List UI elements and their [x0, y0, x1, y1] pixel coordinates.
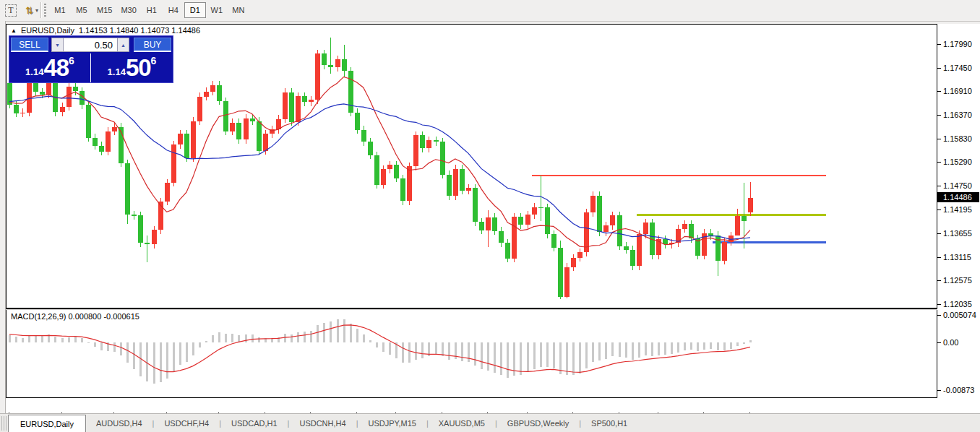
price-axis-tick: [937, 209, 941, 210]
chart-tab-eurusd[interactable]: EURUSD,Daily: [8, 415, 86, 432]
candle-body: [735, 216, 740, 236]
text-label-tool-button[interactable]: T: [2, 2, 20, 18]
macd-histogram-bar: [743, 342, 745, 344]
candle-body: [748, 198, 753, 212]
candle-body: [466, 188, 471, 191]
current-price-badge: 1.14486: [937, 192, 979, 202]
candle-body: [617, 215, 622, 246]
main-chart-area[interactable]: ▲ EURUSD,Daily 1.14153 1.14840 1.14073 1…: [6, 24, 937, 308]
price-axis-tick: [937, 44, 941, 45]
timeframe-button-h1[interactable]: H1: [141, 2, 163, 18]
collapse-triangle-icon[interactable]: ▲: [11, 27, 17, 34]
chart-tab-sp500[interactable]: SP500,H1: [581, 414, 637, 432]
candle-body: [283, 92, 288, 119]
macd-histogram-bar: [126, 342, 129, 363]
chart-tab-usdcad[interactable]: USDCAD,H1: [221, 414, 288, 432]
macd-histogram-bar: [723, 342, 726, 350]
buy-price-pip: 6: [151, 55, 157, 66]
candle-body: [342, 59, 347, 71]
candle-body: [289, 92, 294, 122]
candle-body: [434, 140, 439, 142]
macd-histogram-bar: [717, 342, 719, 350]
macd-histogram-bar: [173, 342, 175, 372]
chart-tab-usdcnh[interactable]: USDCNH,H4: [289, 414, 356, 432]
candle-body: [263, 134, 268, 151]
macd-histogram-bar: [199, 342, 201, 347]
candle-body: [499, 231, 504, 243]
candle-body: [152, 230, 157, 244]
macd-axis-label: -0.00873: [943, 386, 980, 394]
volume-increase-button[interactable]: ▲: [117, 38, 129, 52]
candle-body: [603, 225, 609, 232]
candle-body: [355, 113, 360, 130]
macd-histogram-bar: [343, 319, 345, 342]
buy-button[interactable]: BUY: [134, 38, 171, 52]
candle-body: [558, 248, 563, 298]
macd-histogram-bar: [435, 342, 437, 354]
price-axis-tick: [937, 162, 941, 163]
candle-body: [145, 243, 150, 244]
timeframe-button-mn[interactable]: MN: [228, 2, 249, 18]
chart-tab-gbpusd[interactable]: GBPUSD,Weekly: [497, 414, 579, 432]
candle-body: [460, 169, 465, 191]
sell-price-prefix: 1.14: [25, 66, 43, 77]
price-axis-label: 1.17450: [943, 64, 980, 72]
chart-tab-usdchf[interactable]: USDCHF,H4: [154, 414, 219, 432]
timeframe-button-h4[interactable]: H4: [163, 2, 184, 18]
candle-body: [400, 178, 405, 201]
macd-histogram-bar: [369, 340, 371, 342]
macd-histogram-bar: [611, 342, 614, 356]
chart-symbol-label: EURUSD,Daily: [21, 26, 74, 35]
price-axis-label: 1.17990: [943, 40, 980, 48]
macd-histogram-bar: [559, 342, 562, 374]
timeframe-button-m5[interactable]: M5: [71, 2, 93, 18]
timeframe-toolbar: M1M5M15M30H1H4D1W1MN: [49, 2, 249, 18]
chart-tab-audusd[interactable]: AUDUSD,H4: [86, 414, 152, 432]
macd-histogram-bar: [651, 342, 653, 356]
macd-histogram-bar: [350, 324, 352, 342]
sell-button[interactable]: SELL: [11, 38, 48, 52]
timeframe-button-m1[interactable]: M1: [49, 2, 71, 18]
macd-histogram-bar: [566, 342, 568, 375]
buy-price-prefix: 1.14: [108, 66, 126, 77]
candle-body: [125, 163, 130, 215]
chart-tab-usdjpy[interactable]: USDJPY,M15: [358, 414, 426, 432]
price-axis-tick: [937, 68, 941, 69]
mid-line[interactable]: [637, 214, 826, 216]
price-axis-tick: [937, 280, 941, 281]
candle-body: [368, 142, 373, 155]
candle-body: [440, 142, 445, 174]
candle-body: [20, 113, 25, 114]
volume-decrease-button[interactable]: ▼: [51, 38, 64, 52]
candle-body: [525, 215, 530, 225]
macd-histogram-bar: [284, 334, 286, 342]
timeframe-button-m15[interactable]: M15: [93, 2, 116, 18]
macd-histogram-bar: [500, 342, 502, 375]
candle-body: [197, 97, 202, 121]
resistance-line[interactable]: [532, 175, 826, 176]
macd-histogram-bar: [330, 321, 332, 342]
toolbar-drag-grip[interactable]: [44, 4, 46, 17]
macd-histogram-bar: [297, 332, 299, 342]
price-axis-label: 1.13655: [943, 229, 980, 238]
timeframe-button-d1[interactable]: D1: [184, 2, 206, 18]
candle-body: [328, 65, 333, 67]
macd-histogram-bar: [546, 342, 549, 367]
slow-ma: [9, 96, 750, 241]
macd-histogram-bar: [487, 342, 489, 371]
macd-histogram-bar: [619, 342, 621, 357]
candle-body: [708, 233, 713, 236]
volume-input[interactable]: [64, 38, 117, 52]
sell-price-tile[interactable]: 1.14 48 6: [9, 53, 91, 82]
timeframe-button-w1[interactable]: W1: [206, 2, 228, 18]
macd-histogram-bar: [448, 342, 450, 360]
macd-histogram-bar: [415, 342, 417, 360]
macd-panel[interactable]: MACD(12,26,9) 0.000800 -0.000615: [6, 310, 937, 398]
timeframe-button-m30[interactable]: M30: [116, 2, 140, 18]
tabbar-grip: [1, 416, 7, 431]
chart-tab-xauusd[interactable]: XAUUSD,M5: [429, 414, 495, 432]
macd-histogram-bar: [494, 342, 496, 373]
macd-histogram-bar: [252, 334, 254, 342]
price-axis-label: 1.16910: [943, 87, 980, 95]
buy-price-tile[interactable]: 1.14 50 6: [91, 53, 173, 82]
